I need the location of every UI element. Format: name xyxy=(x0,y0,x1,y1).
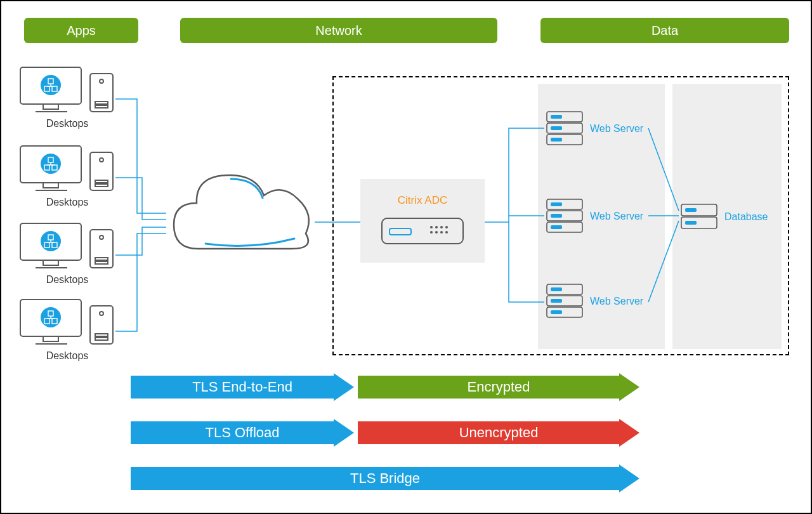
arrow-label: TLS Offload xyxy=(206,425,280,441)
arrow-encrypted: Encrypted xyxy=(358,373,639,401)
arrow-label: TLS Bridge xyxy=(350,470,420,487)
arrow-label: Unencrypted xyxy=(459,425,539,441)
svg-line-89 xyxy=(648,221,679,302)
arrow-label: TLS End-to-End xyxy=(192,379,292,395)
arrow-tls-bridge: TLS Bridge xyxy=(131,465,639,492)
arrow-unencrypted: Unencrypted xyxy=(358,419,639,447)
arrow-tls-e2e: TLS End-to-End xyxy=(131,373,354,401)
diagram-frame: Apps Network Data xyxy=(0,0,812,514)
arrow-label: Encrypted xyxy=(467,379,530,395)
ws-db-connectors xyxy=(1,1,763,382)
arrow-tls-offload: TLS Offload xyxy=(131,419,354,447)
svg-line-87 xyxy=(648,128,679,211)
